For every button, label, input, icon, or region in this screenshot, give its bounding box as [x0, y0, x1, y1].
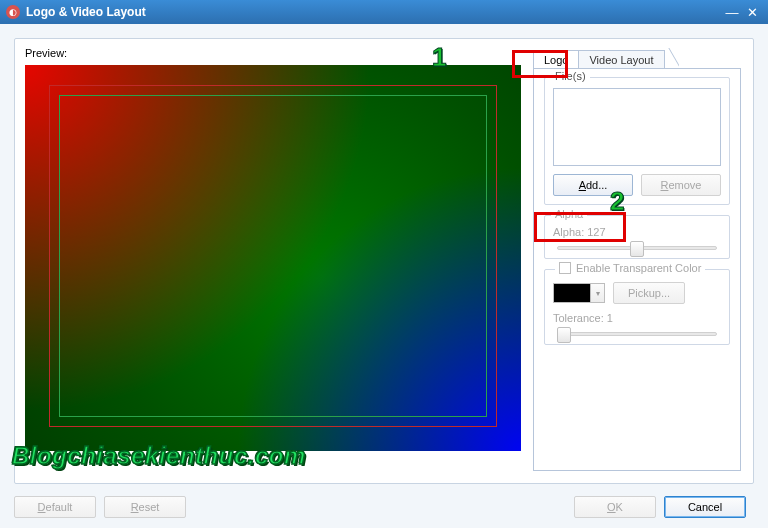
alpha-slider-track — [557, 246, 717, 250]
tab-video-layout[interactable]: Video Layout — [579, 50, 664, 69]
tolerance-label: Tolerance: 1 — [553, 312, 721, 324]
preview-frame-inner — [59, 95, 487, 417]
files-group: File(s) Add... Remove — [544, 77, 730, 205]
default-button: Default — [14, 496, 96, 518]
enable-transparent-checkbox[interactable] — [559, 262, 571, 274]
pickup-button: Pickup... — [613, 282, 685, 304]
remove-button: Remove — [641, 174, 721, 196]
alpha-slider-thumb — [630, 241, 644, 257]
tabstrip: Logo Video Layout — [533, 47, 679, 69]
tolerance-slider-track — [557, 332, 717, 336]
alpha-group: Alpha Alpha: 127 — [544, 215, 730, 259]
ok-button: OK — [574, 496, 656, 518]
files-listbox[interactable] — [553, 88, 721, 166]
alpha-slider — [553, 246, 721, 250]
tab-logo[interactable]: Logo — [533, 50, 579, 69]
window: ◐ Logo & Video Layout — ✕ Preview: Logo … — [0, 0, 768, 528]
inner-panel: Preview: Logo Video Layout File(s) Add..… — [14, 38, 754, 484]
alpha-value-label: Alpha: 127 — [553, 226, 721, 238]
enable-transparent-label: Enable Transparent Color — [576, 262, 701, 274]
close-button[interactable]: ✕ — [742, 5, 762, 20]
preview-canvas — [25, 65, 521, 451]
cancel-button[interactable]: Cancel — [664, 496, 746, 518]
add-button[interactable]: Add... — [553, 174, 633, 196]
reset-button: Reset — [104, 496, 186, 518]
tab-diagonal-edge — [665, 48, 679, 69]
files-group-title: File(s) — [551, 70, 590, 82]
tolerance-slider — [553, 332, 721, 336]
preview-label: Preview: — [25, 47, 67, 59]
transparent-group: Enable Transparent Color ▾ Pickup... Tol… — [544, 269, 730, 345]
transparent-color-swatch: ▾ — [553, 283, 605, 303]
color-dropdown-icon: ▾ — [590, 284, 604, 302]
preview-area — [25, 65, 521, 451]
window-title: Logo & Video Layout — [26, 5, 722, 19]
tab-content-logo: File(s) Add... Remove Alpha Alpha: 127 — [533, 68, 741, 471]
app-icon: ◐ — [6, 5, 20, 19]
alpha-group-title: Alpha — [551, 208, 587, 220]
client-area: Preview: Logo Video Layout File(s) Add..… — [0, 24, 768, 528]
tolerance-slider-thumb — [557, 327, 571, 343]
minimize-button[interactable]: — — [722, 5, 742, 20]
titlebar: ◐ Logo & Video Layout — ✕ — [0, 0, 768, 24]
dialog-buttons: Default Reset OK Cancel — [14, 496, 754, 518]
